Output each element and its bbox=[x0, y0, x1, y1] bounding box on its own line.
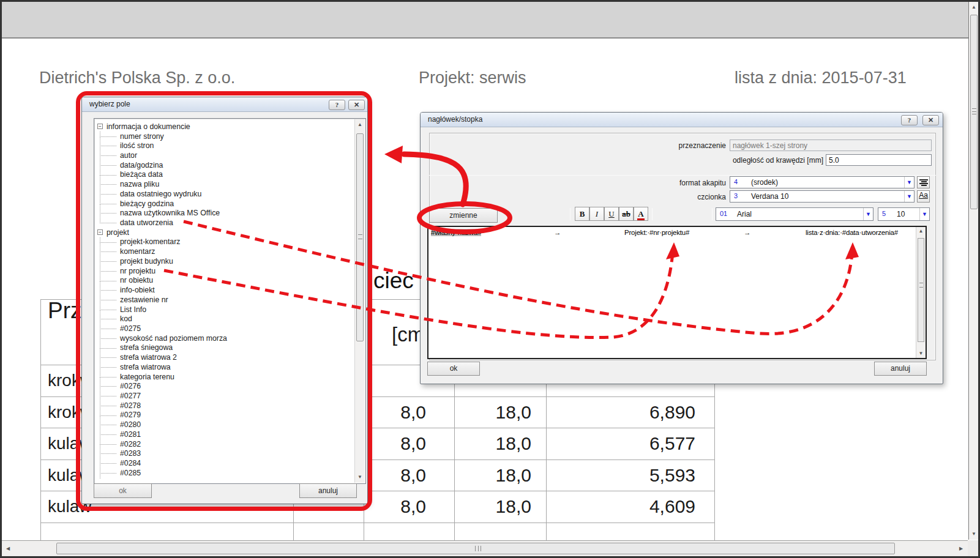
tree-item[interactable]: nazwa użytkownika MS Office bbox=[95, 208, 354, 218]
tree-item[interactable]: numer strony bbox=[95, 132, 354, 141]
odleglosc-field[interactable]: 5.0 bbox=[826, 154, 932, 166]
strikethrough-button[interactable]: ab bbox=[619, 207, 634, 221]
chevron-down-icon[interactable]: ▼ bbox=[863, 208, 873, 220]
underline-button[interactable]: U bbox=[604, 207, 619, 221]
font-name-combo[interactable]: 01 Arial ▼ bbox=[716, 207, 873, 221]
ok-button[interactable]: ok bbox=[94, 483, 152, 498]
chevron-down-icon[interactable]: ▼ bbox=[904, 177, 914, 188]
tree-item[interactable]: bieżący godzina bbox=[95, 199, 354, 209]
italic-button[interactable]: I bbox=[589, 207, 604, 221]
tree-item-label: #0277 bbox=[120, 392, 141, 400]
tree-item[interactable]: nazwa pliku bbox=[95, 179, 354, 189]
tree-item[interactable]: strefa wiatrowa 2 bbox=[95, 352, 354, 362]
tree-item[interactable]: komentarz bbox=[95, 247, 354, 256]
font-picker-button[interactable]: Aa bbox=[917, 190, 930, 203]
editor-listdate-field[interactable]: lista·z·dnia:·#data·utworzenia# bbox=[806, 229, 898, 236]
tree-scrollbar[interactable]: ▲ ▼ bbox=[354, 119, 365, 483]
align-center-icon bbox=[919, 179, 928, 186]
scroll-down-icon[interactable]: ▼ bbox=[969, 529, 979, 538]
scroll-right-icon[interactable]: ▶ bbox=[956, 544, 966, 554]
editor-scrollbar[interactable]: ▲ ▼ bbox=[916, 227, 926, 358]
tree-item[interactable]: projekt-komentarz bbox=[95, 237, 354, 247]
font-size-combo[interactable]: 5 10 ▼ bbox=[878, 207, 930, 221]
tree-item[interactable]: bieżąca data bbox=[95, 170, 354, 180]
tree-item[interactable]: kategoria terenu bbox=[95, 372, 354, 382]
scroll-down-icon[interactable]: ▼ bbox=[355, 472, 365, 482]
tree-item-label: strefa wiatrowa 2 bbox=[120, 353, 177, 362]
chevron-down-icon[interactable]: ▼ bbox=[919, 208, 929, 220]
scroll-left-icon[interactable]: ◀ bbox=[3, 544, 13, 554]
tree-item[interactable]: #0279 bbox=[95, 411, 354, 420]
scroll-up-icon[interactable]: ▲ bbox=[916, 227, 926, 236]
tree-item[interactable]: strefa śniegowa bbox=[95, 343, 354, 353]
tree-item[interactable]: ilość stron bbox=[95, 141, 354, 151]
size-number: 5 bbox=[882, 210, 886, 217]
tree-item[interactable]: strefa wiatrowa bbox=[95, 362, 354, 372]
help-icon[interactable]: ? bbox=[901, 115, 918, 125]
tree-item[interactable]: List Info bbox=[95, 305, 354, 314]
tree-item[interactable]: #0277 bbox=[95, 391, 354, 401]
format-akapitu-combo[interactable]: 4 (srodek) ▼ bbox=[730, 176, 915, 188]
tree-item[interactable]: zestawienie nr bbox=[95, 295, 354, 305]
tree-scroll-thumb[interactable] bbox=[356, 133, 364, 341]
scroll-down-icon[interactable]: ▼ bbox=[916, 349, 926, 358]
vertical-scroll-thumb[interactable] bbox=[970, 15, 978, 209]
tree-item[interactable]: data utworzenia bbox=[95, 218, 354, 228]
font-color-button[interactable]: A bbox=[634, 207, 648, 221]
help-icon[interactable]: ? bbox=[329, 100, 345, 110]
chevron-down-icon[interactable]: ▼ bbox=[904, 191, 914, 202]
editor-own-name-field[interactable]: #własny·nazwa# bbox=[431, 229, 481, 236]
scroll-up-icon[interactable]: ▲ bbox=[969, 2, 979, 12]
tree-item[interactable]: #0278 bbox=[95, 401, 354, 411]
tree-item[interactable]: data ostatniego wydruku bbox=[95, 189, 354, 199]
cancel-button[interactable]: anuluj bbox=[874, 362, 927, 376]
table-cell: 18,0 bbox=[454, 396, 531, 428]
tree-item-label: projekt budynku bbox=[120, 257, 173, 266]
collapse-icon[interactable]: − bbox=[97, 229, 103, 235]
field-tree-listbox[interactable]: −informacja o dokumencienumer stronyiloś… bbox=[94, 118, 366, 484]
dialog-titlebar[interactable]: nagłówek/stopka ? ✕ bbox=[421, 113, 943, 127]
tree-item[interactable]: kod bbox=[95, 314, 354, 324]
align-center-button[interactable] bbox=[917, 176, 930, 188]
table-cell: 8,0 bbox=[364, 428, 426, 459]
tree-item[interactable]: #0281 bbox=[95, 430, 354, 439]
tree-item[interactable]: nr obiektu bbox=[95, 276, 354, 286]
czcionka-combo[interactable]: 3 Verdana 10 ▼ bbox=[730, 190, 915, 203]
tree-item[interactable]: −projekt bbox=[95, 228, 354, 237]
app-toolbar-band bbox=[1, 1, 968, 39]
tree-item[interactable]: #0284 bbox=[95, 458, 354, 468]
horizontal-scroll-thumb[interactable] bbox=[56, 543, 895, 554]
tree-item[interactable]: projekt budynku bbox=[95, 256, 354, 266]
tree-item[interactable]: nr projektu bbox=[95, 266, 354, 276]
close-icon[interactable]: ✕ bbox=[348, 100, 365, 110]
tree-item[interactable]: #0275 bbox=[95, 324, 354, 333]
bold-button[interactable]: B bbox=[575, 207, 589, 221]
scroll-up-icon[interactable]: ▲ bbox=[355, 120, 365, 130]
close-icon[interactable]: ✕ bbox=[922, 115, 939, 125]
main-horizontal-scrollbar[interactable]: ◀ ▶ bbox=[1, 540, 968, 556]
tree-item[interactable]: #0280 bbox=[95, 420, 354, 430]
header-text-editor[interactable]: #własny·nazwa# → Projekt:·#nr·projektu# … bbox=[427, 226, 927, 359]
tree-item[interactable]: autor bbox=[95, 151, 354, 160]
toolbar-separator bbox=[712, 208, 713, 220]
dialog-title: wybierz pole bbox=[89, 100, 130, 108]
tree-item-label: info-obiekt bbox=[120, 286, 155, 294]
tree-item-label: #0281 bbox=[120, 430, 141, 439]
tree-item[interactable]: #0283 bbox=[95, 448, 354, 458]
tree-item[interactable]: #0276 bbox=[95, 381, 354, 391]
tree-item[interactable]: data/godzina bbox=[95, 160, 354, 170]
main-vertical-scrollbar[interactable]: ▲ ▼ bbox=[968, 1, 979, 540]
zmienne-button[interactable]: zmienne bbox=[429, 208, 498, 223]
tree-item[interactable]: wysokość nad poziomem morza bbox=[95, 333, 354, 343]
editor-scroll-thumb[interactable] bbox=[918, 238, 924, 342]
tree-item[interactable]: #0282 bbox=[95, 439, 354, 449]
tree-item[interactable]: #0285 bbox=[95, 468, 354, 478]
collapse-icon[interactable]: − bbox=[97, 124, 103, 129]
ok-button[interactable]: ok bbox=[427, 362, 480, 376]
dialog-titlebar[interactable]: wybierz pole ? ✕ bbox=[82, 97, 367, 112]
tree-item[interactable]: info-obiekt bbox=[95, 285, 354, 295]
cancel-button[interactable]: anuluj bbox=[299, 483, 357, 498]
tree-item-label: #0279 bbox=[120, 411, 141, 419]
tree-item[interactable]: −informacja o dokumencie bbox=[95, 122, 354, 132]
editor-project-field[interactable]: Projekt:·#nr·projektu# bbox=[624, 229, 689, 236]
